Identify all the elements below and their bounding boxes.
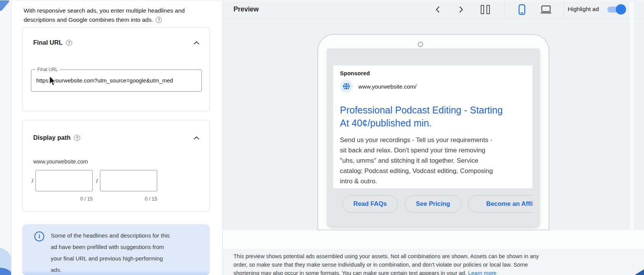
chevron-left-icon xyxy=(436,6,440,13)
final-url-input-value: https://yourwebsite.com?utm_source=googl… xyxy=(36,70,199,91)
path-1-char-counter: 0 / 15 xyxy=(35,196,93,202)
highlight-ad-label: Highlight ad xyxy=(568,6,599,13)
help-icon[interactable]: ? xyxy=(74,135,80,141)
ad-button-read-faqs[interactable]: Read FAQs xyxy=(342,195,398,213)
ad-preview-card: Sponsored www.yourwebsite.com/ Professio… xyxy=(333,65,533,189)
globe-icon xyxy=(343,82,350,90)
intro-line-1: With responsive search ads, you enter mu… xyxy=(24,6,209,15)
disclaimer-line-3: shortening may also occur in some format… xyxy=(233,270,467,275)
disclaimer-line-2: order, so make sure that they make sense… xyxy=(233,260,580,269)
pause-icon xyxy=(481,5,490,14)
preview-bottom-band xyxy=(223,230,644,249)
display-path-input-2[interactable] xyxy=(100,170,157,191)
ad-asset-buttons: Read FAQs See Pricing Become an Affiliat xyxy=(333,195,533,214)
display-path-base-url: www.yourwebsite.com xyxy=(33,159,88,165)
desktop-preview-button[interactable] xyxy=(540,3,552,16)
final-url-title: Final URL xyxy=(33,39,63,46)
display-path-card: Display path ? www.yourwebsite.com / / 0… xyxy=(22,120,210,212)
ad-button-become-affiliate[interactable]: Become an Affiliat xyxy=(468,195,533,213)
chevron-up-icon xyxy=(193,136,200,140)
info-icon: i xyxy=(34,231,44,241)
previous-ad-button[interactable] xyxy=(431,3,444,16)
header-divider xyxy=(505,0,505,19)
path-2-char-counter: 0 / 15 xyxy=(100,196,157,202)
chevron-up-icon xyxy=(193,41,200,45)
prefill-info-banner: i Some of the headlines and descriptions… xyxy=(22,224,210,275)
site-favicon xyxy=(340,80,353,93)
final-url-card: Final URL ? Final URL https://yourwebsit… xyxy=(22,27,210,111)
sponsored-label: Sponsored xyxy=(340,70,370,76)
highlight-ad-toggle-knob[interactable] xyxy=(616,4,626,15)
disclaimer-line-1: This preview shows potential ads assembl… xyxy=(233,252,580,260)
collapse-final-url-button[interactable] xyxy=(192,38,201,47)
phone-camera-dot xyxy=(418,42,423,47)
help-icon[interactable]: ? xyxy=(66,40,72,46)
intro-line-2: descriptions and Google combines them in… xyxy=(24,15,153,24)
path-separator: / xyxy=(96,178,98,184)
prefill-info-text: Some of the headlines and descriptions f… xyxy=(51,230,203,275)
laptop-icon xyxy=(540,5,552,14)
help-icon[interactable]: ? xyxy=(156,17,162,23)
ad-description: Send us your recordings - Tell us your r… xyxy=(340,135,516,186)
next-ad-button[interactable] xyxy=(455,3,467,16)
preview-disclaimer: This preview shows potential ads assembl… xyxy=(223,249,644,275)
learn-more-link[interactable]: Learn more xyxy=(468,270,496,275)
collapse-display-path-button[interactable] xyxy=(192,133,201,142)
display-path-input-1[interactable] xyxy=(35,170,93,191)
mobile-phone-icon xyxy=(518,4,525,15)
ad-editor-panel: With responsive search ads, you enter mu… xyxy=(11,0,223,275)
ad-display-url: www.yourwebsite.com/ xyxy=(358,83,417,90)
preview-panel: Preview xyxy=(223,0,644,275)
intro-text: With responsive search ads, you enter mu… xyxy=(24,6,209,24)
header-divider xyxy=(564,0,564,19)
background-decoration-top xyxy=(0,0,10,11)
ad-headline: Professional Podcast Editing - StartingA… xyxy=(340,104,518,129)
preview-title: Preview xyxy=(233,5,259,13)
left-rail xyxy=(0,0,11,275)
mobile-preview-button[interactable] xyxy=(516,3,528,16)
display-path-title: Display path xyxy=(33,134,71,141)
path-separator: / xyxy=(32,178,33,184)
app-window: With responsive search ads, you enter mu… xyxy=(0,0,644,275)
ad-button-see-pricing[interactable]: See Pricing xyxy=(405,195,461,213)
pause-preview-button[interactable] xyxy=(479,3,491,16)
chevron-right-icon xyxy=(459,6,463,13)
mouse-cursor xyxy=(48,76,57,86)
preview-header: Preview xyxy=(223,0,644,19)
